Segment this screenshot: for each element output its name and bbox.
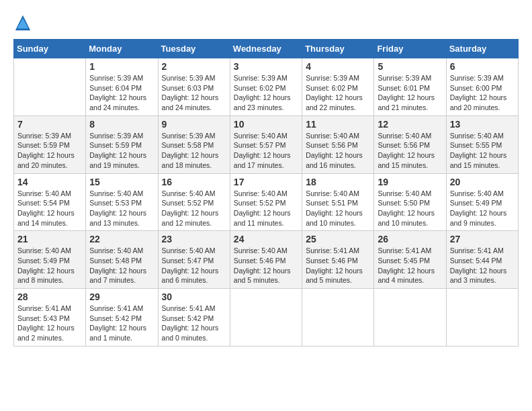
day-info: Sunrise: 5:41 AM Sunset: 5:45 PM Dayligh…	[378, 246, 442, 285]
day-number: 21	[17, 234, 82, 244]
day-number: 15	[89, 177, 154, 187]
day-info: Sunrise: 5:39 AM Sunset: 6:03 PM Dayligh…	[162, 73, 226, 113]
day-info: Sunrise: 5:39 AM Sunset: 6:00 PM Dayligh…	[450, 73, 515, 113]
calendar-cell: 19Sunrise: 5:40 AM Sunset: 5:50 PM Dayli…	[374, 173, 446, 231]
day-number: 18	[306, 177, 370, 187]
day-info: Sunrise: 5:40 AM Sunset: 5:49 PM Dayligh…	[450, 189, 515, 228]
day-number: 10	[234, 119, 298, 130]
day-info: Sunrise: 5:39 AM Sunset: 6:02 PM Dayligh…	[234, 73, 298, 113]
day-number: 6	[450, 61, 515, 72]
calendar-week-2: 7Sunrise: 5:39 AM Sunset: 5:59 PM Daylig…	[14, 116, 519, 173]
day-number: 8	[89, 119, 154, 130]
calendar-cell: 3Sunrise: 5:39 AM Sunset: 6:02 PM Daylig…	[230, 58, 302, 116]
day-number: 19	[378, 177, 442, 187]
day-number: 7	[17, 119, 82, 130]
calendar-cell: 8Sunrise: 5:39 AM Sunset: 5:59 PM Daylig…	[86, 116, 158, 173]
calendar-cell: 4Sunrise: 5:39 AM Sunset: 6:02 PM Daylig…	[302, 58, 374, 116]
day-info: Sunrise: 5:39 AM Sunset: 5:59 PM Dayligh…	[17, 131, 82, 171]
day-number: 11	[306, 119, 370, 130]
day-info: Sunrise: 5:41 AM Sunset: 5:44 PM Dayligh…	[450, 246, 515, 285]
day-info: Sunrise: 5:39 AM Sunset: 6:02 PM Dayligh…	[306, 73, 370, 113]
day-info: Sunrise: 5:39 AM Sunset: 5:58 PM Dayligh…	[162, 131, 226, 171]
calendar-cell: 27Sunrise: 5:41 AM Sunset: 5:44 PM Dayli…	[446, 231, 518, 289]
calendar-cell: 28Sunrise: 5:41 AM Sunset: 5:43 PM Dayli…	[14, 289, 86, 347]
calendar-header-thursday: Thursday	[302, 40, 374, 58]
day-info: Sunrise: 5:41 AM Sunset: 5:43 PM Dayligh…	[17, 304, 82, 343]
day-number: 13	[450, 119, 515, 130]
calendar-cell	[230, 289, 302, 347]
calendar-cell	[14, 58, 86, 116]
day-number: 17	[234, 177, 298, 187]
day-number: 26	[378, 234, 442, 244]
day-number: 1	[89, 61, 154, 72]
page-header	[13, 13, 519, 32]
calendar-cell: 25Sunrise: 5:41 AM Sunset: 5:46 PM Dayli…	[302, 231, 374, 289]
day-info: Sunrise: 5:40 AM Sunset: 5:56 PM Dayligh…	[378, 131, 442, 171]
day-info: Sunrise: 5:40 AM Sunset: 5:57 PM Dayligh…	[234, 131, 298, 171]
day-number: 9	[162, 119, 226, 130]
day-number: 4	[306, 61, 370, 72]
day-number: 20	[450, 177, 515, 187]
day-info: Sunrise: 5:41 AM Sunset: 5:42 PM Dayligh…	[162, 304, 226, 343]
day-number: 2	[162, 61, 226, 72]
day-info: Sunrise: 5:40 AM Sunset: 5:53 PM Dayligh…	[89, 189, 154, 228]
calendar-header-friday: Friday	[374, 40, 446, 58]
calendar-header-saturday: Saturday	[446, 40, 518, 58]
calendar-cell: 20Sunrise: 5:40 AM Sunset: 5:49 PM Dayli…	[446, 173, 518, 231]
calendar-cell: 7Sunrise: 5:39 AM Sunset: 5:59 PM Daylig…	[14, 116, 86, 173]
calendar-cell: 10Sunrise: 5:40 AM Sunset: 5:57 PM Dayli…	[230, 116, 302, 173]
calendar-cell	[302, 289, 374, 347]
calendar-header-tuesday: Tuesday	[158, 40, 230, 58]
day-number: 24	[234, 234, 298, 244]
calendar-week-5: 28Sunrise: 5:41 AM Sunset: 5:43 PM Dayli…	[14, 289, 519, 347]
logo-icon	[13, 13, 32, 32]
calendar-cell: 6Sunrise: 5:39 AM Sunset: 6:00 PM Daylig…	[446, 58, 518, 116]
calendar-cell: 13Sunrise: 5:40 AM Sunset: 5:55 PM Dayli…	[446, 116, 518, 173]
calendar-cell: 5Sunrise: 5:39 AM Sunset: 6:01 PM Daylig…	[374, 58, 446, 116]
calendar-cell: 11Sunrise: 5:40 AM Sunset: 5:56 PM Dayli…	[302, 116, 374, 173]
calendar-table: SundayMondayTuesdayWednesdayThursdayFrid…	[13, 39, 519, 347]
day-info: Sunrise: 5:39 AM Sunset: 6:01 PM Dayligh…	[378, 73, 442, 113]
day-info: Sunrise: 5:40 AM Sunset: 5:51 PM Dayligh…	[306, 189, 370, 228]
calendar-cell: 16Sunrise: 5:40 AM Sunset: 5:52 PM Dayli…	[158, 173, 230, 231]
calendar-week-3: 14Sunrise: 5:40 AM Sunset: 5:54 PM Dayli…	[14, 173, 519, 231]
day-number: 27	[450, 234, 515, 244]
day-number: 12	[378, 119, 442, 130]
calendar-cell	[374, 289, 446, 347]
day-number: 28	[17, 291, 82, 302]
calendar-cell: 12Sunrise: 5:40 AM Sunset: 5:56 PM Dayli…	[374, 116, 446, 173]
calendar-cell: 26Sunrise: 5:41 AM Sunset: 5:45 PM Dayli…	[374, 231, 446, 289]
calendar-header-sunday: Sunday	[14, 40, 86, 58]
calendar-header-wednesday: Wednesday	[230, 40, 302, 58]
day-info: Sunrise: 5:41 AM Sunset: 5:46 PM Dayligh…	[306, 246, 370, 285]
calendar-cell: 9Sunrise: 5:39 AM Sunset: 5:58 PM Daylig…	[158, 116, 230, 173]
day-info: Sunrise: 5:40 AM Sunset: 5:52 PM Dayligh…	[162, 189, 226, 228]
day-info: Sunrise: 5:40 AM Sunset: 5:50 PM Dayligh…	[378, 189, 442, 228]
day-number: 25	[306, 234, 370, 244]
day-number: 14	[17, 177, 82, 187]
day-info: Sunrise: 5:40 AM Sunset: 5:48 PM Dayligh…	[89, 246, 154, 285]
calendar-cell: 15Sunrise: 5:40 AM Sunset: 5:53 PM Dayli…	[86, 173, 158, 231]
calendar-cell: 1Sunrise: 5:39 AM Sunset: 6:04 PM Daylig…	[86, 58, 158, 116]
day-info: Sunrise: 5:40 AM Sunset: 5:54 PM Dayligh…	[17, 189, 82, 228]
calendar-cell	[446, 289, 518, 347]
day-info: Sunrise: 5:40 AM Sunset: 5:46 PM Dayligh…	[234, 246, 298, 285]
day-number: 29	[89, 291, 154, 302]
day-number: 5	[378, 61, 442, 72]
day-number: 30	[162, 291, 226, 302]
day-info: Sunrise: 5:40 AM Sunset: 5:49 PM Dayligh…	[17, 246, 82, 285]
day-info: Sunrise: 5:40 AM Sunset: 5:56 PM Dayligh…	[306, 131, 370, 171]
calendar-cell: 29Sunrise: 5:41 AM Sunset: 5:42 PM Dayli…	[86, 289, 158, 347]
calendar-cell: 18Sunrise: 5:40 AM Sunset: 5:51 PM Dayli…	[302, 173, 374, 231]
day-info: Sunrise: 5:41 AM Sunset: 5:42 PM Dayligh…	[89, 304, 154, 343]
day-number: 23	[162, 234, 226, 244]
day-info: Sunrise: 5:39 AM Sunset: 6:04 PM Dayligh…	[89, 73, 154, 113]
calendar-cell: 14Sunrise: 5:40 AM Sunset: 5:54 PM Dayli…	[14, 173, 86, 231]
calendar-cell: 24Sunrise: 5:40 AM Sunset: 5:46 PM Dayli…	[230, 231, 302, 289]
calendar-cell: 2Sunrise: 5:39 AM Sunset: 6:03 PM Daylig…	[158, 58, 230, 116]
calendar-cell: 17Sunrise: 5:40 AM Sunset: 5:52 PM Dayli…	[230, 173, 302, 231]
calendar-cell: 23Sunrise: 5:40 AM Sunset: 5:47 PM Dayli…	[158, 231, 230, 289]
calendar-header-monday: Monday	[86, 40, 158, 58]
calendar-week-1: 1Sunrise: 5:39 AM Sunset: 6:04 PM Daylig…	[14, 58, 519, 116]
calendar-cell: 21Sunrise: 5:40 AM Sunset: 5:49 PM Dayli…	[14, 231, 86, 289]
